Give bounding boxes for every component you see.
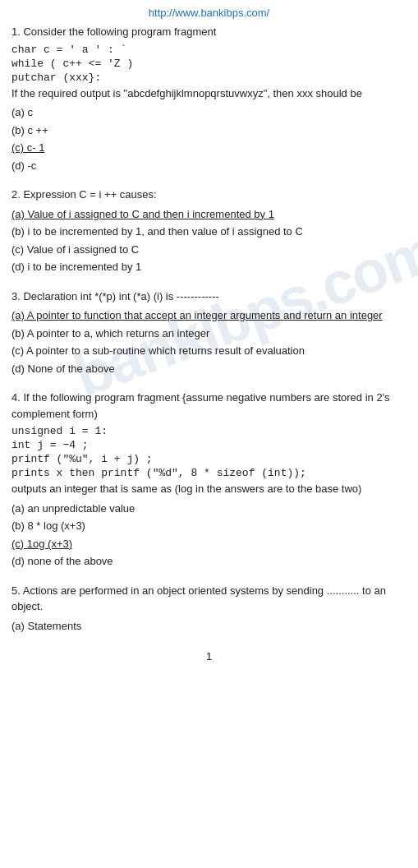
- question-1-extra: If the required output is "abcdefghijklm…: [11, 85, 407, 102]
- question-4-code-2: int j = −4 ;: [11, 439, 407, 451]
- question-3: 3. Declaration int *(*p) int (*a) (i) is…: [11, 289, 407, 377]
- question-1-option-b: (b) c ++: [11, 122, 407, 139]
- question-1-option-a: (a) c: [11, 104, 407, 121]
- question-3-option-b: (b) A pointer to a, which returns an int…: [11, 326, 407, 342]
- question-2-text: 2. Expression C = i ++ causes:: [11, 187, 407, 203]
- question-3-option-c: (c) A pointer to a sub-routine which ret…: [11, 343, 407, 359]
- question-2-option-a-text: (a) Value of i assigned to C and then i …: [11, 208, 274, 220]
- question-4-code-4: prints x then printf ("%d", 8 * sizeof (…: [11, 467, 407, 479]
- question-4-extra: outputs an integer that is same as (log …: [11, 481, 407, 497]
- question-4: 4. If the following program fragment {as…: [11, 390, 407, 570]
- question-3-option-a: (a) A pointer to function that accept an…: [11, 307, 407, 324]
- question-4-option-d: (d) none of the above: [11, 553, 407, 570]
- question-1: 1. Consider the following program fragme…: [11, 24, 407, 173]
- url-header: http://www.bankibps.com/: [11, 7, 407, 19]
- question-5: 5. Actions are performed in an object or…: [11, 583, 407, 635]
- question-4-option-b: (b) 8 * log (x+3): [11, 518, 407, 534]
- question-1-option-c: (c) c- 1: [11, 140, 407, 156]
- question-4-option-a: (a) an unpredictable value: [11, 501, 407, 517]
- question-1-code-3: putchar (xxx}:: [11, 72, 407, 84]
- question-3-option-a-text: (a) A pointer to function that accept an…: [11, 309, 383, 321]
- question-2-option-d: (d) i to be incremented by 1: [11, 259, 407, 275]
- question-1-code-1: char c = ' a ' : `: [11, 44, 407, 56]
- question-4-option-c-text: (c) 1og (x+3): [11, 538, 72, 550]
- question-1-option-d: (d) -c: [11, 158, 407, 174]
- question-4-text: 4. If the following program fragment {as…: [11, 390, 407, 422]
- question-1-option-c-text: (c) c- 1: [11, 141, 44, 154]
- question-5-text: 5. Actions are performed in an object or…: [11, 583, 407, 615]
- question-1-code-2: while ( c++ <= 'Z ): [11, 58, 407, 70]
- question-4-code-3: printf ("%u", i + j) ;: [11, 453, 407, 465]
- page-number: 1: [11, 650, 407, 663]
- question-2-option-a: (a) Value of i assigned to C and then i …: [11, 206, 407, 223]
- question-5-option-a: (a) Statements: [11, 618, 407, 635]
- question-4-code-1: unsigned i = 1:: [11, 425, 407, 437]
- question-4-option-c: (c) 1og (x+3): [11, 536, 407, 552]
- question-2: 2. Expression C = i ++ causes: (a) Value…: [11, 187, 407, 275]
- question-3-text: 3. Declaration int *(*p) int (*a) (i) is…: [11, 289, 407, 305]
- question-2-option-c: (c) Value of i assigned to C: [11, 242, 407, 258]
- question-2-option-b: (b) i to be incremented by 1, and then v…: [11, 224, 407, 240]
- question-1-text: 1. Consider the following program fragme…: [11, 24, 407, 40]
- question-3-option-d: (d) None of the above: [11, 361, 407, 377]
